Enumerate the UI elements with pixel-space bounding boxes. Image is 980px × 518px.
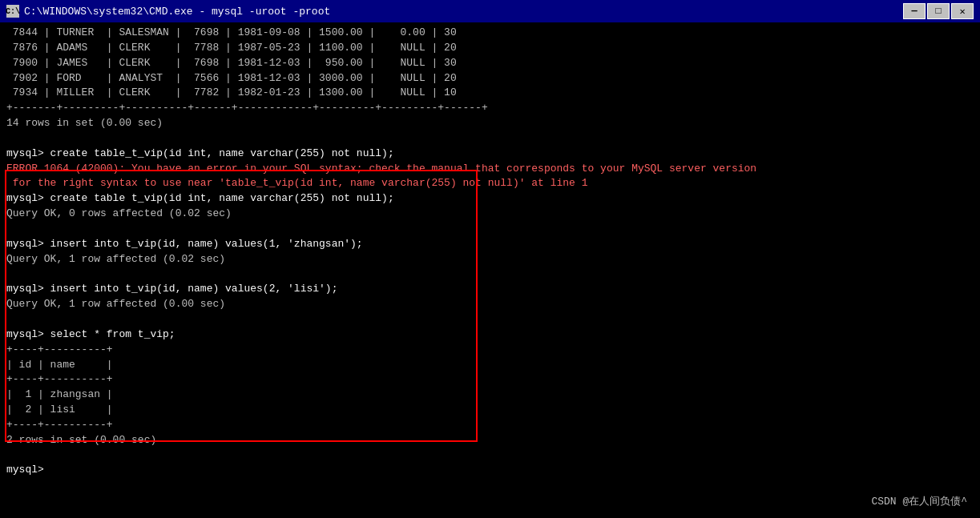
line-error1: ERROR 1064 (42000): You have an error in… [6,162,974,177]
titlebar: C:\ C:\WINDOWS\system32\CMD.exe - mysql … [0,0,980,22]
titlebar-left: C:\ C:\WINDOWS\system32\CMD.exe - mysql … [6,5,330,18]
blank-4 [6,312,974,327]
line-cmd1: mysql> create table_t_vip(id int, name v… [6,147,974,162]
blank-1 [6,131,974,147]
line-ok1: Query OK, 0 rows affected (0.02 sec) [6,207,974,222]
line-error2: for the right syntax to use near 'table_… [6,176,974,191]
terminal: 7844 | TURNER | SALESMAN | 7698 | 1981-0… [0,22,980,518]
line-trow2: | 2 | lisi | [6,403,974,418]
line-trow1: | 1 | zhangsan | [6,387,974,403]
line-tsep1: +----+----------+ [6,343,974,358]
line-5: 7934 | MILLER | CLERK | 7782 | 1982-01-2… [6,86,974,101]
blank-2 [6,222,974,237]
minimize-button[interactable]: — [903,3,926,19]
line-2: 7876 | ADAMS | CLERK | 7788 | 1987-05-23… [6,41,974,56]
blank-5 [6,448,974,464]
line-1: 7844 | TURNER | SALESMAN | 7698 | 1981-0… [6,26,974,41]
line-ok3: Query OK, 1 row affected (0.00 sec) [6,297,974,312]
maximize-button[interactable]: □ [927,3,950,19]
line-tsep3: +----+----------+ [6,418,974,433]
line-insert2: mysql> insert into t_vip(id, name) value… [6,282,974,297]
line-ok2: Query OK, 1 row affected (0.02 sec) [6,252,974,267]
line-theader: | id | name | [6,358,974,373]
titlebar-title: C:\WINDOWS\system32\CMD.exe - mysql -uro… [24,6,330,18]
line-cmd2: mysql> create table t_vip(id int, name v… [6,191,974,207]
line-4: 7902 | FORD | ANALYST | 7566 | 1981-12-0… [6,71,974,86]
line-select: mysql> select * from t_vip; [6,327,974,343]
line-tsep2: +----+----------+ [6,372,974,387]
line-3: 7900 | JAMES | CLERK | 7698 | 1981-12-03… [6,56,974,71]
blank-3 [6,267,974,283]
line-sep1: +-------+---------+----------+------+---… [6,101,974,116]
watermark: CSDN @在人间负债^ [871,494,967,508]
line-insert1: mysql> insert into t_vip(id, name) value… [6,237,974,252]
cmd-icon: C:\ [6,5,19,18]
line-rowcount2: 2 rows in set (0.00 sec) [6,433,974,448]
close-button[interactable]: ✕ [951,3,974,19]
line-prompt-end: mysql> [6,463,974,478]
line-rowcount: 14 rows in set (0.00 sec) [6,116,974,131]
titlebar-buttons: — □ ✕ [903,3,974,19]
